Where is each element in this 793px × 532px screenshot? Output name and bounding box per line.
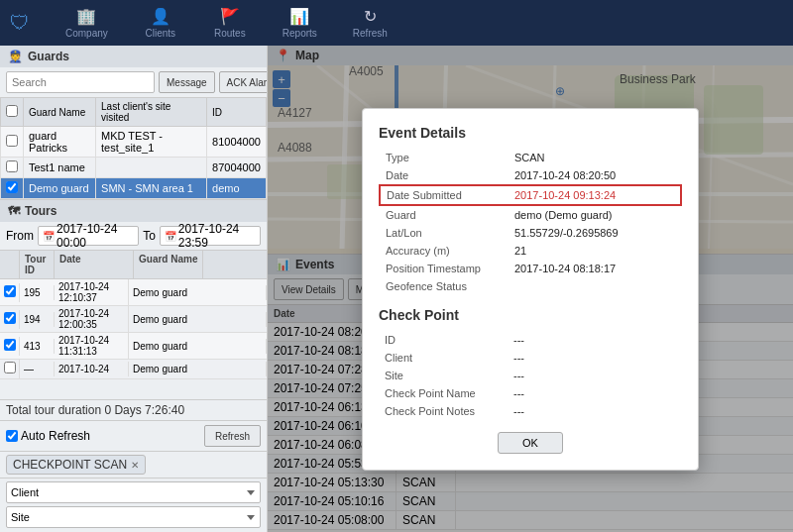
nav-item-routes[interactable]: 🚩 Routes	[205, 3, 255, 43]
message-button[interactable]: Message	[159, 71, 215, 93]
to-cal-icon: 📅	[165, 231, 176, 242]
tour-id: 413	[20, 339, 55, 354]
nav-label-clients: Clients	[146, 28, 176, 39]
refresh-nav-icon: ↻	[364, 7, 377, 26]
guard-row[interactable]: guard Patricks MKD TEST - test_site_1 81…	[1, 127, 267, 158]
modal-field-value: demo (Demo guard)	[509, 205, 681, 224]
tour-checkbox[interactable]	[4, 285, 16, 297]
tour-checkbox[interactable]	[4, 362, 16, 373]
tour-checkbox[interactable]	[4, 312, 16, 324]
col-last-site: Last client's site visited	[96, 98, 207, 127]
guards-search-input[interactable]	[6, 71, 155, 93]
auto-refresh-checkbox[interactable]	[6, 430, 18, 442]
nav-label-refresh: Refresh	[353, 28, 388, 39]
modal-detail-row: Geofence Status	[380, 277, 681, 295]
tour-row[interactable]: 195 2017-10-24 12:10:37 Demo guard	[0, 279, 267, 306]
nav-label-reports: Reports	[283, 28, 317, 39]
reports-icon: 📊	[289, 7, 309, 26]
nav-item-company[interactable]: 🏢 Company	[57, 3, 116, 43]
col-check	[0, 251, 20, 278]
guard-id: 87004000	[207, 158, 267, 178]
checkpoint-detail-row: Site ---	[379, 367, 682, 384]
nav-item-refresh[interactable]: ↻ Refresh	[345, 3, 396, 43]
tour-checkbox[interactable]	[4, 339, 16, 351]
guards-title: Guards	[28, 50, 69, 63]
tours-date-row: From 📅 2017-10-24 00:00 To 📅 2017-10-24 …	[0, 222, 267, 250]
tour-guard: Demo guard	[129, 362, 267, 376]
client-filter-select[interactable]: Client	[6, 481, 261, 503]
modal-field-label: Type	[380, 149, 509, 166]
modal-ok-button[interactable]: OK	[498, 432, 563, 454]
auto-refresh-label[interactable]: Auto Refresh	[6, 429, 90, 443]
modal-detail-row: Date 2017-10-24 08:20:50	[380, 166, 681, 185]
checkpoint-tag: CHECKPOINT SCAN ✕	[6, 455, 146, 475]
checkpoint-field-label: Site	[379, 367, 508, 384]
tour-date: 2017-10-24 12:10:37	[55, 279, 129, 305]
modal-field-label: Date Submitted	[380, 185, 509, 205]
tours-section: 🗺 Tours From 📅 2017-10-24 00:00 To 📅 201…	[0, 200, 267, 532]
guards-table: Guard Name Last client's site visited ID…	[0, 97, 267, 199]
guard-name: Test1 name	[24, 158, 96, 178]
guard-last-site: SMN - SMN area 1	[96, 178, 207, 199]
modal-detail-row: Date Submitted 2017-10-24 09:13:24	[380, 185, 681, 205]
tours-controls: Auto Refresh Refresh	[0, 420, 267, 451]
tours-footer: Total tour duration 0 Days 7:26:40	[0, 399, 267, 420]
modal-field-value: 21	[509, 242, 681, 260]
top-navigation: 🛡 🏢 Company 👤 Clients 🚩 Routes 📊 Reports…	[0, 0, 793, 46]
modal-detail-row: Type SCAN	[380, 149, 681, 166]
modal-field-value: 2017-10-24 09:13:24	[509, 185, 681, 205]
modal-detail-row: Lat/Lon 51.55729/-0.2695869	[380, 224, 681, 242]
guard-checkbox[interactable]	[6, 160, 18, 172]
guards-toolbar: Message ACK Alarms In Danger Track	[0, 67, 267, 97]
col-id: ID	[207, 98, 267, 127]
guards-header: 👮 Guards	[0, 46, 267, 67]
guard-row[interactable]: Test1 name 87004000	[1, 158, 267, 178]
tour-row[interactable]: 413 2017-10-24 11:31:13 Demo guard	[0, 333, 267, 360]
modal-field-label: Accuracy (m)	[380, 242, 509, 260]
refresh-button[interactable]: Refresh	[204, 425, 261, 447]
guards-section: 👮 Guards Message ACK Alarms In Danger Tr…	[0, 46, 267, 200]
from-label: From	[6, 229, 34, 243]
nav-item-clients[interactable]: 👤 Clients	[136, 3, 185, 43]
modal-field-value: 2017-10-24 08:20:50	[509, 166, 681, 185]
checkpoint-field-label: ID	[379, 331, 508, 349]
tour-guard: Demo guard	[129, 312, 267, 327]
checkpoint-field-value: ---	[508, 367, 682, 384]
site-filter-select[interactable]: Site	[6, 506, 261, 528]
to-date-value: 2017-10-24 23:59	[178, 222, 256, 250]
from-date-input[interactable]: 📅 2017-10-24 00:00	[38, 226, 139, 246]
ack-alarms-button[interactable]: ACK Alarms	[219, 71, 268, 93]
total-duration: Total tour duration 0 Days 7:26:40	[6, 403, 184, 417]
company-icon: 🏢	[76, 7, 96, 26]
filter-rows: Client Site	[0, 478, 267, 532]
guard-checkbox[interactable]	[6, 135, 18, 147]
checkpoint-field-label: Check Point Name	[379, 384, 508, 402]
tour-row[interactable]: — 2017-10-24 Demo guard	[0, 360, 267, 379]
checkpoint-field-label: Check Point Notes	[379, 402, 508, 420]
tour-date: 2017-10-24 11:31:13	[55, 333, 129, 359]
checkpoint-remove-icon[interactable]: ✕	[131, 460, 139, 471]
modal-field-label: Geofence Status	[380, 277, 509, 295]
tour-id: 194	[20, 312, 55, 327]
from-cal-icon: 📅	[43, 231, 55, 242]
modal-field-label: Guard	[380, 205, 509, 224]
nav-item-reports[interactable]: 📊 Reports	[275, 3, 325, 43]
col-guard-name: Guard Name	[24, 98, 96, 127]
guard-name: guard Patricks	[24, 127, 96, 158]
modal-field-label: Position Timestamp	[380, 260, 509, 277]
checkpoint-detail-row: Client ---	[379, 349, 682, 367]
modal-field-value	[509, 277, 681, 295]
event-details-table: Type SCAN Date 2017-10-24 08:20:50 Date …	[379, 149, 682, 295]
checkpoint-bar: CHECKPOINT SCAN ✕	[0, 451, 267, 478]
modal-field-value: 2017-10-24 08:18:17	[509, 260, 681, 277]
to-date-input[interactable]: 📅 2017-10-24 23:59	[160, 226, 261, 246]
guards-select-all[interactable]	[6, 105, 18, 117]
tour-row[interactable]: 194 2017-10-24 12:00:35 Demo guard	[0, 306, 267, 333]
modal-field-value: SCAN	[509, 149, 681, 166]
guard-checkbox[interactable]	[6, 181, 18, 193]
guard-row[interactable]: Demo guard SMN - SMN area 1 demo	[1, 178, 267, 199]
checkpoint-field-value: ---	[508, 402, 682, 420]
guards-icon: 👮	[8, 50, 23, 63]
checkpoint-detail-row: Check Point Name ---	[379, 384, 682, 402]
guard-id: 81004000	[207, 127, 267, 158]
